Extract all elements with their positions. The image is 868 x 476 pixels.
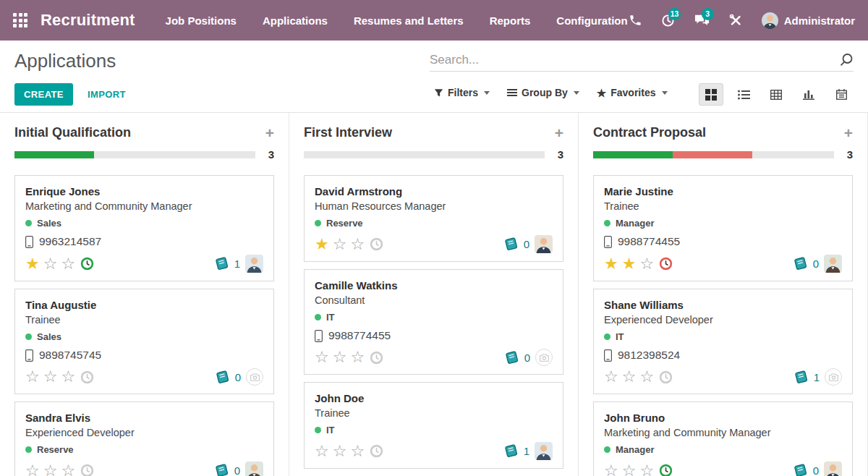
priority-stars[interactable]: ★☆☆ [315, 237, 365, 252]
star-filled-icon[interactable]: ★ [622, 257, 637, 271]
star-empty-icon[interactable]: ☆ [61, 464, 75, 476]
star-empty-icon[interactable]: ☆ [61, 370, 75, 384]
documents-book-icon[interactable] [505, 351, 519, 365]
star-empty-icon[interactable]: ☆ [639, 464, 654, 476]
priority-stars[interactable]: ☆☆☆ [25, 464, 75, 476]
star-empty-icon[interactable]: ☆ [61, 257, 75, 271]
app-title[interactable]: Recruitment [41, 11, 135, 30]
activity-clock-icon[interactable] [80, 464, 94, 476]
applicant-card[interactable]: Enrique Jones Marketing and Community Ma… [14, 175, 274, 281]
add-record-icon[interactable]: + [265, 125, 274, 140]
star-empty-icon[interactable]: ☆ [25, 370, 40, 384]
group-by-dropdown[interactable]: Group By [507, 87, 579, 98]
activities-clock-icon[interactable]: 13 [661, 14, 675, 27]
star-empty-icon[interactable]: ☆ [315, 350, 329, 365]
star-empty-icon[interactable]: ☆ [333, 237, 347, 252]
apps-menu-icon[interactable] [13, 13, 27, 27]
star-filled-icon[interactable]: ★ [25, 257, 40, 271]
column-progressbar[interactable] [304, 151, 545, 158]
nav-item-resumes-and-letters[interactable]: Resumes and Letters [354, 14, 464, 27]
nav-item-configuration[interactable]: Configuration [556, 14, 627, 27]
star-empty-icon[interactable]: ☆ [43, 257, 58, 271]
documents-book-icon[interactable] [793, 257, 808, 271]
star-filled-icon[interactable]: ★ [315, 237, 329, 252]
applicant-card[interactable]: Sandra Elvis Experienced Developer Reser… [14, 401, 274, 476]
create-button[interactable]: CREATE [14, 83, 73, 106]
search-icon[interactable] [839, 53, 854, 67]
star-empty-icon[interactable]: ☆ [604, 370, 618, 384]
applicant-card[interactable]: Camille Watkins Consultant IT 9988774455… [304, 269, 563, 375]
search-input[interactable] [430, 53, 839, 67]
priority-stars[interactable]: ☆☆☆ [604, 464, 654, 476]
star-empty-icon[interactable]: ☆ [639, 257, 654, 271]
star-empty-icon[interactable]: ☆ [622, 464, 637, 476]
nav-item-applications[interactable]: Applications [263, 14, 328, 27]
star-empty-icon[interactable]: ☆ [43, 370, 58, 384]
priority-stars[interactable]: ★★☆ [604, 257, 654, 271]
column-progressbar[interactable] [14, 151, 255, 158]
activity-clock-icon[interactable] [659, 370, 673, 384]
view-list-button[interactable] [731, 83, 756, 106]
star-empty-icon[interactable]: ☆ [350, 444, 365, 459]
applicant-avatar[interactable] [824, 255, 842, 273]
activity-clock-icon[interactable] [370, 351, 383, 365]
applicant-card[interactable]: Shane Williams Experienced Developer IT … [593, 289, 853, 394]
user-menu[interactable]: Administrator [762, 12, 855, 29]
star-empty-icon[interactable]: ☆ [25, 464, 40, 476]
star-empty-icon[interactable]: ☆ [350, 237, 365, 252]
priority-stars[interactable]: ☆☆☆ [25, 370, 75, 384]
documents-book-icon[interactable] [216, 370, 230, 384]
activity-clock-icon[interactable] [80, 257, 94, 271]
favorites-dropdown[interactable]: ★ Favorites [597, 87, 668, 98]
priority-stars[interactable]: ☆☆☆ [604, 370, 654, 384]
applicant-card[interactable]: John Bruno Marketing and Community Manag… [593, 401, 853, 476]
applicant-card[interactable]: Marie Justine Trainee Manager 9988774455… [593, 175, 853, 281]
developer-tools-icon[interactable] [729, 14, 742, 27]
applicant-avatar[interactable] [535, 235, 553, 253]
documents-book-icon[interactable] [794, 370, 809, 384]
applicant-avatar[interactable] [824, 462, 842, 476]
documents-book-icon[interactable] [215, 257, 229, 271]
view-pivot-button[interactable] [764, 83, 788, 106]
applicant-avatar[interactable] [245, 255, 263, 273]
activity-clock-icon[interactable] [659, 464, 673, 476]
camera-placeholder-icon[interactable] [535, 349, 553, 366]
priority-stars[interactable]: ★☆☆ [25, 257, 75, 271]
camera-placeholder-icon[interactable] [246, 368, 263, 386]
applicant-card[interactable]: John Doe Trainee IT ☆☆☆ 1 [304, 382, 563, 469]
documents-book-icon[interactable] [215, 464, 229, 476]
nav-item-job-positions[interactable]: Job Positions [166, 14, 237, 27]
star-empty-icon[interactable]: ☆ [639, 370, 654, 384]
activity-clock-icon[interactable] [370, 237, 383, 251]
priority-stars[interactable]: ☆☆☆ [315, 350, 365, 365]
applicant-avatar[interactable] [245, 462, 263, 476]
activity-clock-icon[interactable] [80, 370, 94, 384]
messages-icon[interactable]: 3 [694, 14, 710, 27]
star-filled-icon[interactable]: ★ [604, 257, 618, 271]
column-title[interactable]: First Interview [304, 125, 392, 140]
applicant-card[interactable]: Tina Augustie Trainee Sales 9898745745 ☆… [14, 289, 274, 394]
column-progressbar[interactable] [593, 151, 834, 158]
column-title[interactable]: Initial Qualification [14, 125, 131, 140]
star-empty-icon[interactable]: ☆ [333, 350, 347, 365]
import-button[interactable]: IMPORT [88, 89, 126, 100]
star-empty-icon[interactable]: ☆ [43, 464, 58, 476]
view-kanban-button[interactable] [699, 83, 723, 106]
star-empty-icon[interactable]: ☆ [315, 444, 329, 459]
documents-book-icon[interactable] [504, 444, 519, 458]
add-record-icon[interactable]: + [555, 125, 563, 140]
documents-book-icon[interactable] [793, 464, 808, 476]
documents-book-icon[interactable] [504, 237, 519, 251]
star-empty-icon[interactable]: ☆ [350, 350, 365, 365]
view-chart-button[interactable] [796, 83, 821, 106]
star-empty-icon[interactable]: ☆ [333, 444, 347, 459]
add-record-icon[interactable]: + [844, 125, 853, 140]
phone-icon[interactable] [629, 14, 642, 27]
applicant-card[interactable]: David Armstrong Human Resources Manager … [304, 175, 563, 262]
column-title[interactable]: Contract Proposal [593, 125, 706, 140]
star-empty-icon[interactable]: ☆ [622, 370, 637, 384]
priority-stars[interactable]: ☆☆☆ [315, 444, 365, 459]
filters-dropdown[interactable]: Filters [434, 87, 490, 98]
activity-clock-icon[interactable] [370, 444, 383, 458]
activity-clock-icon[interactable] [659, 257, 673, 271]
